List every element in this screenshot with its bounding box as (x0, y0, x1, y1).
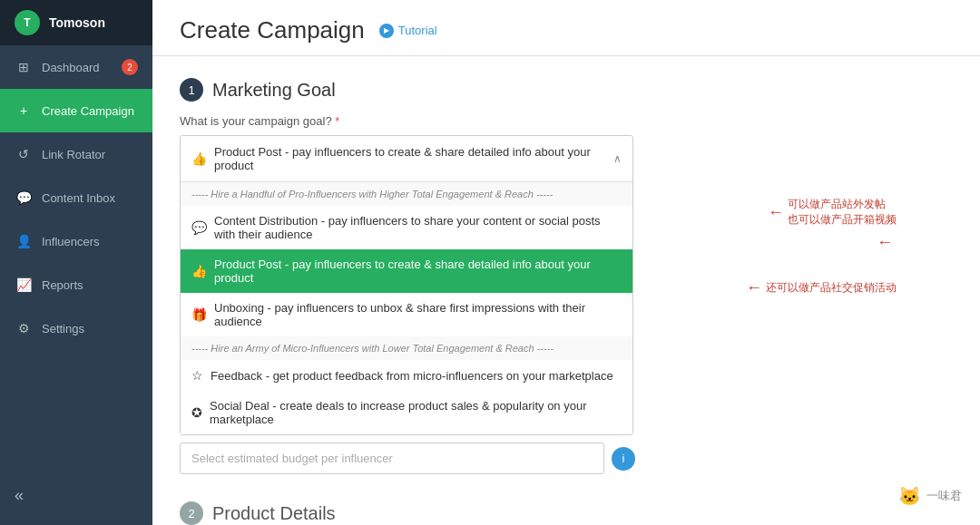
settings-icon: ⚙ (15, 319, 33, 337)
create-campaign-icon: + (15, 102, 33, 120)
dropdown-option-2[interactable]: 👍Product Post - pay influencers to creat… (181, 249, 632, 293)
option-icon: ✪ (191, 405, 202, 420)
option-icon: 🎁 (191, 307, 207, 322)
dashboard-icon: ⊞ (15, 58, 33, 76)
arrow-icon: ← (768, 203, 784, 222)
sidebar-item-label: Link Rotator (42, 148, 105, 161)
annotation-text: 可以做产品站外发帖也可以做产品开箱视频 (788, 197, 897, 228)
dropdown-selected[interactable]: 👍Product Post - pay influencers to creat… (181, 136, 632, 181)
sidebar-item-dashboard[interactable]: ⊞Dashboard2 (0, 45, 152, 89)
link-rotator-icon: ↺ (15, 145, 33, 163)
watermark-text: 一味君 (926, 488, 962, 504)
annotation-text-3: 还可以做产品社交促销活动 (766, 280, 897, 296)
sidebar-item-settings[interactable]: ⚙Settings (0, 306, 152, 350)
logo-text: Tomoson (49, 15, 105, 30)
page-title: Create Campaign (180, 16, 365, 44)
option-icon: 💬 (191, 220, 207, 235)
watermark-icon: 🐱 (898, 485, 921, 507)
arrow-icon-3: ← (746, 278, 762, 297)
annotation-3: ←还可以做产品社交促销活动 (746, 278, 897, 297)
annotation-2: ← (877, 233, 897, 252)
dropdown-option-5[interactable]: ☆Feedback - get product feedback from mi… (181, 360, 632, 391)
dropdown-wrapper: 👍Product Post - pay influencers to creat… (180, 135, 633, 435)
section-header-marketing-goal: 1Marketing Goal (180, 78, 953, 102)
dropdown-option-3[interactable]: 🎁Unboxing - pay influencers to unbox & s… (181, 293, 632, 336)
sidebar-item-label: Create Campaign (42, 104, 134, 118)
section-title: Product Details (212, 503, 336, 524)
option-icon: ☆ (191, 368, 203, 383)
tutorial-link[interactable]: ▶ Tutorial (379, 24, 437, 38)
campaign-goal-label: What is your campaign goal? * (180, 114, 953, 128)
sidebar-nav: ⊞Dashboard2+Create Campaign↺Link Rotator… (0, 45, 152, 466)
sidebar-item-link-rotator[interactable]: ↺Link Rotator (0, 132, 152, 176)
section-title: Marketing Goal (212, 80, 336, 101)
sidebar-item-reports[interactable]: 📈Reports (0, 263, 152, 306)
annotation-1: ←可以做产品站外发帖也可以做产品开箱视频 (768, 197, 897, 228)
content-inbox-icon: 💬 (15, 189, 33, 207)
budget-row: Select estimated budget per influenceri (180, 442, 953, 474)
influencers-icon: 👤 (15, 232, 33, 250)
sidebar-bottom: « (0, 466, 152, 525)
option-icon: 👍 (191, 264, 207, 278)
main-header: Create Campaign ▶ Tutorial ? (152, 0, 980, 56)
product-post-icon: 👍 (191, 151, 207, 166)
section-marketing-goal: 1Marketing GoalWhat is your campaign goa… (180, 78, 953, 474)
main-content: Create Campaign ▶ Tutorial ? 1Marketing … (152, 0, 980, 525)
arrow-icon-2: ← (877, 233, 893, 252)
section-number: 2 (180, 501, 203, 525)
section-header-product-details: 2Product Details (180, 501, 953, 525)
sidebar-item-influencers[interactable]: 👤Influencers (0, 219, 152, 263)
logo-icon: T (15, 10, 40, 35)
budget-select[interactable]: Select estimated budget per influencer (180, 442, 604, 474)
dropdown-list: ----- Hire a Handful of Pro-Influencers … (181, 181, 632, 434)
sidebar-item-label: Dashboard (42, 61, 100, 74)
sidebar-item-label: Content Inbox (42, 191, 115, 205)
dropdown-option-6[interactable]: ✪Social Deal - create deals to increase … (181, 391, 632, 434)
logo-area: T Tomoson (0, 0, 152, 45)
chevron-up-icon: ∧ (613, 152, 622, 165)
sidebar-item-content-inbox[interactable]: 💬Content Inbox (0, 176, 152, 219)
dropdown-divider: ----- Hire a Handful of Pro-Influencers … (181, 182, 632, 206)
dropdown-option-1[interactable]: 💬Content Distribution - pay influencers … (181, 206, 632, 249)
collapse-button[interactable]: « (0, 475, 152, 516)
reports-icon: 📈 (15, 276, 33, 294)
sidebar-item-create-campaign[interactable]: +Create Campaign (0, 89, 152, 132)
sidebar-item-label: Influencers (42, 235, 100, 248)
required-indicator: * (335, 114, 339, 128)
header-right: ? (909, 18, 953, 44)
watermark: 🐱 一味君 (898, 485, 962, 507)
play-icon: ▶ (379, 24, 394, 38)
dropdown-divider: ----- Hire an Army of Micro-Influencers … (181, 336, 632, 360)
sidebar: T Tomoson ⊞Dashboard2+Create Campaign↺Li… (0, 0, 152, 525)
dropdown-selected-text: 👍Product Post - pay influencers to creat… (191, 145, 613, 172)
budget-info-icon[interactable]: i (612, 447, 635, 471)
sidebar-item-label: Reports (42, 278, 83, 292)
nav-badge: 2 (122, 59, 138, 75)
section-product-details: 2Product Details (180, 501, 953, 525)
main-body: 1Marketing GoalWhat is your campaign goa… (152, 56, 980, 525)
sidebar-item-label: Settings (42, 322, 84, 335)
section-number: 1 (180, 78, 203, 102)
campaign-goal-dropdown[interactable]: 👍Product Post - pay influencers to creat… (180, 135, 633, 435)
tutorial-label: Tutorial (398, 24, 437, 37)
